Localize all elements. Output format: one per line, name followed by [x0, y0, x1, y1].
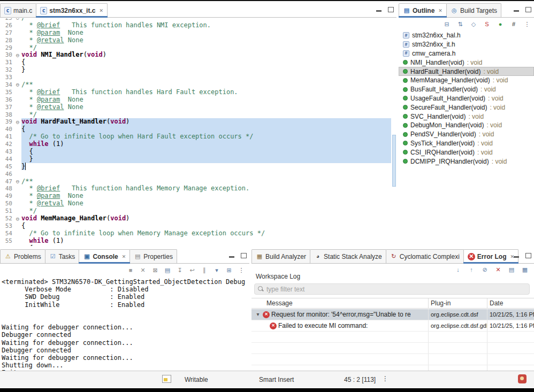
fold-margin[interactable]: ⊖ — [14, 118, 21, 126]
line-number[interactable]: 38 — [0, 111, 14, 119]
open-log-button[interactable]: ▤ — [507, 265, 516, 274]
outline-item-csi-irqhandler-void[interactable]: CSI_IRQHandler(void) : void — [399, 148, 534, 157]
hide-non-public-button[interactable]: ● — [495, 19, 505, 29]
line-number[interactable]: 45 — [0, 163, 14, 171]
outline-tab-outline[interactable]: ▤Outline✕ — [399, 3, 447, 17]
code-line-35[interactable]: 35 * @brief This function handles Hard F… — [0, 89, 391, 96]
code-line-46[interactable]: 46 — [0, 171, 391, 178]
line-number[interactable]: 27 — [0, 29, 14, 37]
minimize-icon[interactable] — [228, 252, 235, 258]
open-console-button[interactable]: ⊞ — [224, 265, 234, 275]
clear-log-button[interactable]: ⊘ — [480, 265, 490, 274]
line-number[interactable]: 56 — [0, 245, 14, 246]
restore-log-button[interactable]: ▦ — [520, 265, 530, 274]
line-number[interactable]: 50 — [0, 200, 14, 207]
outline-item-svc-handler-void[interactable]: SVC_Handler(void) : void — [399, 112, 534, 121]
code-line-36[interactable]: 36 * @param None — [0, 96, 391, 104]
fold-margin[interactable]: ⊖ — [14, 51, 21, 59]
code-line-48[interactable]: 48 * @brief This function handles Memory… — [0, 185, 391, 193]
view-menu-button[interactable]: ⋮ — [237, 265, 246, 275]
code-line-51[interactable]: 51 */ — [0, 207, 391, 215]
code-line-29[interactable]: 29 */ — [0, 44, 391, 52]
display-console-button[interactable]: ▾ — [212, 265, 222, 275]
column-header-plug-in[interactable]: Plug-in — [428, 298, 487, 308]
line-number[interactable]: 31 — [0, 59, 14, 66]
code-line-44[interactable]: 44 } — [0, 156, 391, 163]
line-number[interactable]: 49 — [0, 193, 14, 200]
code-line-43[interactable]: 43 { — [0, 148, 391, 156]
outline-item-systick-handler-void[interactable]: SysTick_Handler(void) : void — [399, 139, 534, 148]
line-number[interactable]: 53 — [0, 222, 14, 230]
close-icon[interactable]: ✕ — [99, 8, 103, 13]
remove-all-launches-button[interactable]: ⊠ — [150, 265, 160, 275]
filter-hash-button[interactable]: # — [509, 19, 518, 29]
line-number[interactable]: 40 — [0, 126, 14, 133]
outline-item-busfault-handler-void[interactable]: BusFault_Handler(void) : void — [399, 85, 534, 94]
code-line-49[interactable]: 49 * @param None — [0, 193, 391, 200]
pin-console-button[interactable]: ∥ — [200, 265, 209, 275]
column-header-message[interactable]: Message — [251, 298, 428, 308]
status-overflow-icon[interactable]: ⋮ — [382, 375, 388, 382]
outline-item-stm32n6xx-hal-h[interactable]: #stm32n6xx_hal.h — [399, 31, 534, 40]
filter-input[interactable] — [266, 286, 526, 293]
console-output[interactable]: <terminated> STM32N6570-DK_GettingStarte… — [2, 278, 249, 371]
outline-item-securefault-handler-void[interactable]: SecureFault_Handler(void) : void — [399, 103, 534, 112]
close-icon[interactable]: ✕ — [122, 254, 126, 259]
code-line-45[interactable]: 45} — [0, 163, 391, 171]
line-number[interactable]: 48 — [0, 185, 14, 193]
code-line-34[interactable]: 34⊖/** — [0, 81, 391, 89]
code-line-50[interactable]: 50 * @retval None — [0, 200, 391, 207]
outline-item-memmanage-handler-void[interactable]: MemManage_Handler(void) : void — [399, 76, 534, 85]
line-number[interactable]: 28 — [0, 37, 14, 44]
line-number[interactable]: 34 — [0, 81, 14, 89]
code-line-56[interactable]: 56 { — [0, 245, 391, 246]
line-number[interactable]: 54 — [0, 230, 14, 237]
line-number[interactable]: 51 — [0, 207, 14, 215]
line-number[interactable]: 44 — [0, 156, 14, 163]
code-line-31[interactable]: 31{ — [0, 59, 391, 66]
code-line-33[interactable]: 33 — [0, 74, 391, 81]
fold-margin[interactable]: ⊖ — [14, 18, 21, 22]
minimize-icon[interactable] — [513, 252, 520, 258]
code-line-41[interactable]: 41 /* Go to infinite loop when Hard Faul… — [0, 133, 391, 141]
editor-tab-stm32n6xx-it-c[interactable]: cstm32n6xx_it.c✕ — [36, 3, 108, 17]
errorlog-tab-static-stack-analyze[interactable]: ◕Static Stack Analyze — [310, 249, 386, 263]
outline-item-usagefault-handler-void[interactable]: UsageFault_Handler(void) : void — [399, 94, 534, 103]
code-line-37[interactable]: 37 * @retval None — [0, 104, 391, 111]
line-number[interactable]: 39 — [0, 118, 14, 126]
target-status-icon[interactable] — [518, 374, 527, 383]
import-log-button[interactable]: ↑ — [467, 265, 476, 274]
line-number[interactable]: 33 — [0, 74, 14, 81]
code-line-32[interactable]: 32} — [0, 66, 391, 74]
outline-item-stm32n6xx-it-h[interactable]: #stm32n6xx_it.h — [399, 40, 534, 49]
console-tab-problems[interactable]: ⚠Problems — [0, 249, 45, 263]
line-number[interactable]: 36 — [0, 96, 14, 104]
line-number[interactable]: 47 — [0, 178, 14, 186]
code-line-39[interactable]: 39⊖void HardFault_Handler(void) — [0, 118, 391, 126]
view-menu-button[interactable]: ⋮ — [522, 19, 532, 29]
hide-static-button[interactable]: S — [482, 19, 492, 29]
code-line-54[interactable]: 54 /* Go to infinite loop when Memory Ma… — [0, 230, 391, 237]
console-tab-tasks[interactable]: ☑Tasks — [45, 249, 80, 263]
outline-tab-build-targets[interactable]: ◎Build Targets — [446, 3, 501, 17]
code-editor[interactable]: 25⊖/**26 * @brief This function handles … — [0, 18, 391, 246]
editor-tab-main-c[interactable]: cmain.c — [0, 3, 36, 17]
code-line-42[interactable]: 42 while (1) — [0, 141, 391, 148]
code-line-26[interactable]: 26 * @brief This function handles NMI ex… — [0, 22, 391, 29]
line-number[interactable]: 32 — [0, 66, 14, 74]
line-number[interactable]: 55 — [0, 237, 14, 245]
sort-button[interactable]: ⇅ — [455, 19, 465, 29]
minimize-icon[interactable] — [376, 6, 382, 12]
log-table-header[interactable]: MessagePlug-inDate — [251, 298, 534, 309]
code-line-40[interactable]: 40{ — [0, 126, 391, 133]
line-number[interactable]: 29 — [0, 44, 14, 52]
terminate-button[interactable]: ■ — [126, 265, 135, 275]
log-row[interactable]: ✕Failed to execute MI command:org.eclips… — [251, 320, 534, 332]
code-line-52[interactable]: 52⊖void MemManage_Handler(void) — [0, 215, 391, 222]
line-number[interactable]: 41 — [0, 133, 14, 141]
export-log-button[interactable]: ↓ — [453, 265, 463, 274]
console-tab-console[interactable]: ▣Console✕ — [79, 249, 130, 263]
line-number[interactable]: 25 — [0, 18, 14, 22]
close-icon[interactable]: ✕ — [438, 8, 443, 13]
column-header-date[interactable]: Date — [487, 298, 534, 308]
